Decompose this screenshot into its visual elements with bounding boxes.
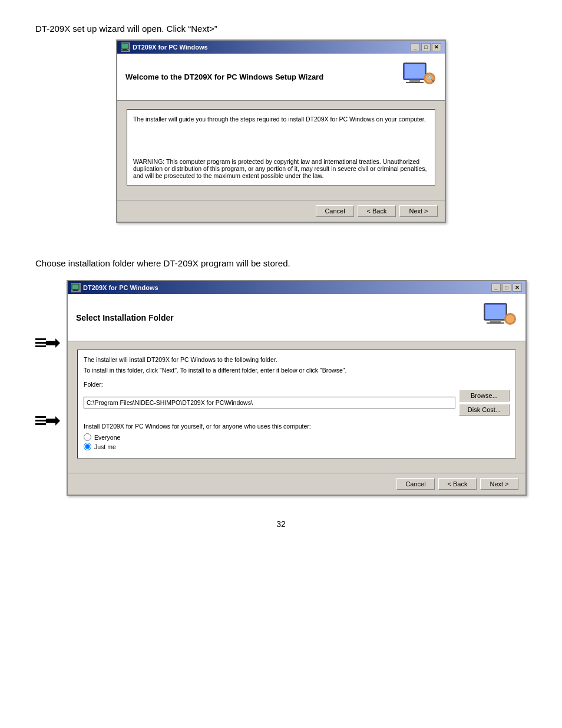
browse-button[interactable]: Browse...: [459, 390, 510, 401]
dialog2-header-icon: [482, 301, 517, 334]
svg-point-18: [506, 315, 514, 323]
dialog2-close-btn[interactable]: ✕: [513, 284, 522, 292]
instruction1-text: DT-209X set up wizard will open. Click “…: [35, 24, 527, 34]
dialog1-footer: Cancel < Back Next >: [117, 200, 445, 222]
minimize-btn[interactable]: _: [411, 43, 420, 51]
dialog2-restore-btn[interactable]: □: [502, 284, 511, 292]
install-folder-dialog: DT209X for PC Windows _ □ ✕ Select Insta…: [67, 280, 527, 496]
dialog2-header: Select Installation Folder: [68, 294, 525, 341]
folder-input[interactable]: [84, 397, 455, 409]
dialog2-text2: To install in this folder, click "Next".…: [84, 367, 510, 374]
radio-justme-row: Just me: [84, 443, 510, 450]
radio-everyone[interactable]: [84, 433, 91, 441]
svg-rect-0: [121, 44, 128, 49]
radio-everyone-label: Everyone: [94, 434, 120, 441]
instruction2-text: Choose installation folder where DT-209X…: [35, 258, 527, 268]
dialog2-header-title: Select Installation Folder: [76, 313, 174, 322]
dialog1-header-icon: 🔍: [401, 61, 437, 93]
svg-rect-14: [485, 305, 505, 319]
svg-rect-5: [409, 80, 420, 82]
dialog2-text1: The installer will install DT209X for PC…: [84, 356, 510, 363]
dialog1-header-title: Welcome to the DT209X for PC Windows Set…: [125, 73, 323, 81]
dialog1-cancel-button[interactable]: Cancel: [316, 205, 354, 217]
svg-rect-10: [72, 284, 79, 289]
radio-justme[interactable]: [84, 443, 91, 450]
svg-rect-4: [405, 64, 425, 78]
radio-everyone-row: Everyone: [84, 433, 510, 441]
dialog2-body: The installer will install DT209X for PC…: [68, 341, 525, 473]
dialog1-titlebar: DT209X for PC Windows _ □ ✕: [117, 41, 445, 54]
dialog1-next-button[interactable]: Next >: [399, 205, 438, 217]
arrow1: ➡: [35, 333, 61, 352]
dialog2-back-button[interactable]: < Back: [438, 478, 477, 490]
dialog2-titlebar-icon: [71, 283, 81, 292]
svg-rect-6: [406, 82, 424, 83]
dialog1-body: The installer will guide you through the…: [117, 101, 445, 200]
dialog1-header: Welcome to the DT209X for PC Windows Set…: [117, 54, 445, 101]
dialog1-text2: WARNING: This computer program is protec…: [133, 158, 429, 179]
radio-justme-label: Just me: [94, 443, 116, 450]
dialog2-titlebar: DT209X for PC Windows _ □ ✕: [68, 281, 525, 294]
svg-rect-15: [490, 320, 501, 322]
dialog2-title: DT209X for PC Windows: [83, 284, 158, 291]
dialog2-minimize-btn[interactable]: _: [491, 284, 501, 292]
install-for-text: Install DT209X for PC Windows for yourse…: [84, 423, 510, 430]
svg-rect-11: [73, 289, 78, 291]
page-number: 32: [35, 519, 527, 529]
titlebar-app-icon: [121, 42, 130, 52]
dialog2-cancel-button[interactable]: Cancel: [396, 478, 435, 490]
arrow2: ➡: [35, 411, 61, 430]
dialog2-footer: Cancel < Back Next >: [68, 473, 525, 495]
dialog1-content-box: The installer will guide you through the…: [127, 109, 435, 186]
folder-section: Folder: Browse... Disk Cost...: [84, 381, 510, 416]
svg-rect-16: [487, 322, 504, 324]
dialog1-text1: The installer will guide you through the…: [133, 116, 429, 123]
svg-rect-12: [72, 291, 79, 291]
svg-rect-2: [121, 50, 128, 51]
setup-wizard-dialog: DT209X for PC Windows _ □ ✕ Welcome to t…: [116, 39, 446, 223]
restore-btn[interactable]: □: [421, 43, 431, 51]
close-btn[interactable]: ✕: [432, 43, 441, 51]
dialog1-title: DT209X for PC Windows: [133, 44, 208, 51]
dialog1-back-button[interactable]: < Back: [358, 205, 396, 217]
svg-rect-1: [123, 49, 127, 50]
disk-cost-button[interactable]: Disk Cost...: [459, 404, 510, 416]
dialog2-next-button[interactable]: Next >: [480, 478, 518, 490]
dialog2-content-box: The installer will install DT209X for PC…: [77, 350, 516, 459]
folder-label: Folder:: [84, 381, 510, 388]
svg-text:🔍: 🔍: [427, 75, 435, 83]
install-for-section: Install DT209X for PC Windows for yourse…: [84, 423, 510, 450]
